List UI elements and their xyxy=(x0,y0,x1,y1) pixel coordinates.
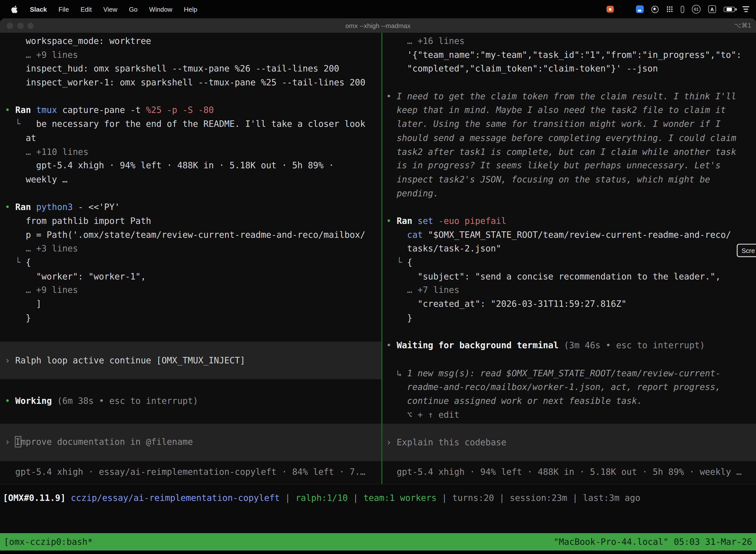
menu-file[interactable]: File xyxy=(53,5,75,13)
text-cursor: I xyxy=(15,437,20,447)
text-segment: weekly … xyxy=(5,174,67,184)
text-segment: %25 -p -S -80 xyxy=(146,105,214,115)
zoom-button[interactable] xyxy=(27,22,34,29)
grid-icon[interactable] xyxy=(622,6,628,12)
text-segment: Explain this codebase xyxy=(397,437,506,447)
battery-icon[interactable] xyxy=(724,6,735,12)
active-app-menu[interactable]: Slack xyxy=(24,5,53,13)
wifi-icon[interactable] xyxy=(743,6,749,12)
terminal-line: … +9 lines xyxy=(5,48,381,62)
spacer xyxy=(5,461,381,465)
text-segment: • xyxy=(5,105,15,115)
terminal-line: keep that in mind. Maybe I also need the… xyxy=(386,104,756,117)
terminal-line: } xyxy=(386,311,756,325)
menu-go[interactable]: Go xyxy=(123,5,143,13)
prompt-input[interactable]: › Improve documentation in @filename xyxy=(0,424,381,461)
text-segment: capture-pane -t xyxy=(62,105,146,115)
window-shortcut-hint: ⌥⌘1 xyxy=(734,21,751,29)
close-button[interactable] xyxy=(7,22,13,29)
terminal-line: later. Using the same for transition mig… xyxy=(386,117,756,131)
text-segment: continue assigned work or next feasible … xyxy=(386,396,642,406)
text-segment: pending. xyxy=(386,188,439,198)
text-segment xyxy=(386,230,407,240)
clipped-tooltip: Scre xyxy=(737,244,756,257)
terminal-line: workspace_mode: worktree xyxy=(5,34,381,48)
text-segment: python3 xyxy=(36,202,78,212)
dots-grid-icon[interactable] xyxy=(666,6,673,12)
text-segment: › xyxy=(5,437,15,447)
text-segment: Ran xyxy=(15,105,36,115)
text-segment: • xyxy=(5,202,15,212)
terminal-line: weekly … xyxy=(5,173,381,187)
text-segment: team:1 workers xyxy=(363,493,437,503)
left-terminal-pane[interactable]: workspace_mode: worktree … +9 lines insp… xyxy=(0,33,381,484)
terminal-line: "created_at": "2026-03-31T11:59:27.816Z" xyxy=(386,297,756,311)
menu-view[interactable]: View xyxy=(98,5,123,13)
text-segment: … +7 lines xyxy=(386,285,459,295)
text-segment: └ xyxy=(386,257,407,267)
battery-percent-badge[interactable]: 61 xyxy=(692,5,700,13)
text-segment: p = Path('.omx/state/team/review-current… xyxy=(5,230,365,240)
omx-status-line: [OMX#0.11.9] cczip/essay/ai-reimplementa… xyxy=(3,491,756,505)
tmux-host-clock: "MacBook-Pro-44.local" 05:03 31-Mar-26 xyxy=(554,533,752,551)
text-segment: … +9 lines xyxy=(5,50,78,60)
text-segment: set xyxy=(418,216,438,226)
text-segment: tmux xyxy=(36,105,62,115)
recording-indicator-icon[interactable] xyxy=(607,6,614,12)
text-segment: "completed","claim_token":"claim-token"}… xyxy=(386,63,658,73)
terminal-line: readme-and-reco/mailbox/worker-1.json, a… xyxy=(386,380,756,394)
blue-app-icon[interactable] xyxy=(636,5,644,13)
text-segment: | xyxy=(437,493,452,503)
menu-help[interactable]: Help xyxy=(178,5,203,13)
text-segment: … +16 lines xyxy=(386,36,464,46)
text-segment: (3m 46s • esc to interrupt) xyxy=(564,340,705,350)
terminal-window-content: workspace_mode: worktree … +9 lines insp… xyxy=(0,33,756,484)
terminal-line xyxy=(386,325,756,339)
text-segment: | xyxy=(494,493,510,503)
text-segment: … +3 lines xyxy=(5,243,78,254)
terminal-line xyxy=(386,200,756,214)
pill-icon[interactable] xyxy=(681,5,684,13)
prompt-input[interactable]: › Explain this codebase xyxy=(382,424,756,461)
terminal-line: ↳ 1 new msg(s): read $OMX_TEAM_STATE_ROO… xyxy=(386,366,756,380)
menu-window[interactable]: Window xyxy=(143,5,178,13)
terminal-line xyxy=(386,353,756,367)
text-segment: Ralph loop active continue [OMX_TMUX_INJ… xyxy=(15,355,245,365)
text-segment: session:23m xyxy=(510,493,567,503)
window-title-bar: omx --xhigh --madmax ⌥⌘1 xyxy=(0,18,756,33)
terminal-line: inspect_worker-1: omx sparkshell --tmux-… xyxy=(5,76,381,90)
terminal-line: continue assigned work or next feasible … xyxy=(386,394,756,408)
terminal-line: • I need to get the claim token from the… xyxy=(386,90,756,104)
text-segment: | xyxy=(567,493,583,503)
menu-edit[interactable]: Edit xyxy=(75,5,98,13)
text-segment: • xyxy=(386,91,397,101)
battery-fill xyxy=(727,7,732,11)
spacer xyxy=(5,325,381,342)
text-segment: - <<'PY' xyxy=(78,202,120,212)
terminal-line: cat "$OMX_TEAM_STATE_ROOT/team/review-cu… xyxy=(386,228,756,242)
apple-menu[interactable] xyxy=(11,5,18,13)
text-segment: gpt-5.4 xhigh · 94% left · 488K in · 5.1… xyxy=(5,160,334,170)
minimize-button[interactable] xyxy=(17,22,23,29)
input-source-icon[interactable]: A xyxy=(708,5,716,13)
text-segment: } xyxy=(386,313,412,323)
terminal-line: task2 after task1 is complete, but can I… xyxy=(386,145,756,159)
text-segment: gpt-5.4 xhigh · 94% left · 488K in · 5.1… xyxy=(386,466,741,477)
terminal-line: • Ran set -euo pipefail xyxy=(386,214,756,228)
right-terminal-pane[interactable]: … +16 lines '{"team_name":"my-team","tas… xyxy=(382,33,756,484)
terminal-line: └ be necessary for the end of the README… xyxy=(5,117,381,131)
swirl-app-icon[interactable] xyxy=(651,5,658,13)
text-segment: mprove documentation in @filename xyxy=(20,437,193,447)
text-segment: tasks/task-2.json" xyxy=(386,243,501,254)
text-segment: task2 after task1 is complete, but can I… xyxy=(386,147,736,157)
menu-bar: Slack File Edit View Go Window Help xyxy=(0,0,756,18)
record-dot-icon xyxy=(609,8,611,10)
text-segment: ↳ xyxy=(386,368,407,378)
terminal-line: inspect task2's JSON, focusing on the st… xyxy=(386,173,756,187)
spacer xyxy=(5,408,381,424)
text-segment: › xyxy=(5,355,15,365)
terminal-line: • Working (6m 38s • esc to interrupt) xyxy=(5,394,381,408)
text-segment: readme-and-reco/mailbox/worker-1.json, a… xyxy=(386,382,720,392)
text-segment: -euo pipefail xyxy=(439,216,506,226)
text-segment: "subject": "send a concise recommendatio… xyxy=(386,271,720,281)
